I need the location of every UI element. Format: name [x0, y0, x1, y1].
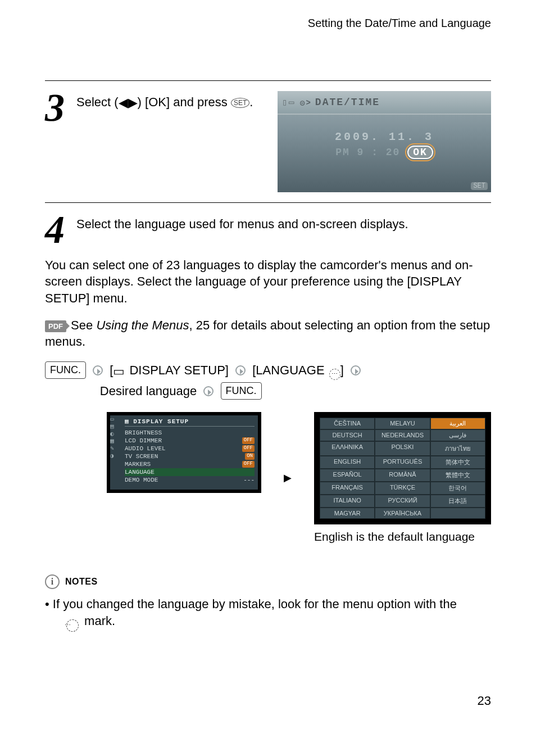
language-option: فارسی — [430, 429, 485, 441]
lcd2-row-label: BRIGHTNESS — [125, 429, 162, 436]
set-button-icon: SET — [231, 98, 249, 108]
path-separator-icon — [351, 365, 361, 375]
step-number-3: 3 — [45, 91, 66, 125]
pdf-pre: See — [67, 318, 96, 332]
path-separator-icon — [235, 365, 246, 375]
left-right-arrow-icon: ◀▶ — [119, 95, 138, 111]
language-option: ภาษาไทย — [430, 441, 485, 456]
pdf-reference-line: PDF See Using the Menus, 25 for details … — [45, 317, 491, 350]
notes-heading: i NOTES — [45, 574, 491, 589]
language-caption: English is the default language — [314, 530, 491, 544]
lcd2-row-label: DEMO MODE — [125, 477, 158, 483]
language-option: УКРАЇНСЬКА — [375, 508, 430, 519]
lcd2-row: LCD DIMMEROFF — [125, 437, 255, 445]
lcd-screenshot-datetime: ▯▭ ◎> DATE/TIME 2009. 11. 3 PM 9 : 20 OK… — [278, 91, 491, 192]
language-option — [430, 508, 485, 519]
lcd2-row-label: AUDIO LEVEL — [125, 445, 166, 452]
lcd2-row-label: TV SCREEN — [125, 453, 158, 460]
screenshot-row: ▭▤◐▦✎◑ ▦ DISPLAY SETUP BRIGHTNESSLCD DIM… — [107, 412, 491, 544]
lcd2-row: BRIGHTNESS — [125, 429, 255, 437]
right-arrow-icon: ▶ — [284, 472, 292, 484]
language-option: 日本語 — [430, 495, 485, 508]
path-separator-icon — [93, 365, 103, 375]
language-menu-label: [LANGUAGE — [252, 363, 328, 377]
step-4-text: Select the language used for menus and o… — [76, 213, 491, 233]
language-option: ITALIANO — [320, 495, 375, 508]
lcd2-row: TV SCREENON — [125, 452, 255, 460]
step-3: 3 Select (◀▶) [OK] and press SET. ▯▭ ◎> … — [45, 91, 491, 192]
lcd2-row-label: LCD DIMMER — [125, 437, 162, 444]
step-4: 4 Select the language used for menus and… — [45, 213, 491, 247]
lcd2-side-icons: ▭▤◐▦✎◑ — [110, 415, 114, 459]
set-corner-label: SET — [471, 182, 488, 190]
language-option: ΕΛΛΗΝΙΚΑ — [320, 441, 375, 456]
lcd2-row: LANGUAGE — [125, 468, 255, 476]
language-option: ROMÂNĂ — [375, 469, 430, 482]
language-globe-icon: ⋯ — [329, 369, 340, 380]
language-option: NEDERLANDS — [375, 429, 430, 441]
language-option: ESPAÑOL — [320, 469, 375, 482]
language-option: 한국어 — [430, 482, 485, 495]
step3-text-mid: ) [OK] and press — [138, 95, 231, 109]
display-setup-title-icon: ▦ — [125, 418, 133, 425]
pdf-badge-icon: PDF — [45, 320, 66, 333]
page-number: 23 — [45, 694, 491, 708]
lcd2-row: MARKERSOFF — [125, 460, 255, 468]
path-separator-icon — [203, 386, 214, 396]
note1-pre: If you changed the language by mistake, … — [53, 597, 457, 611]
language-option: MAGYAR — [320, 508, 375, 519]
step-3-text: Select (◀▶) [OK] and press SET. — [76, 91, 267, 111]
lcd2-row-value: OFF — [242, 445, 255, 452]
camera-mode-icon: ▯▭ — [282, 97, 295, 108]
lcd-screenshot-display-setup: ▭▤◐▦✎◑ ▦ DISPLAY SETUP BRIGHTNESSLCD DIM… — [107, 412, 261, 493]
lcd2-row-label: MARKERS — [125, 461, 151, 468]
language-option: TÜRKÇE — [375, 482, 430, 495]
lcd2-row-value: OFF — [242, 437, 255, 444]
lcd-date: 2009. 11. 3 — [278, 130, 491, 143]
func-button: FUNC. — [45, 361, 86, 379]
language-option: 繁體中文 — [430, 469, 485, 482]
note1-post: mark. — [81, 614, 115, 628]
lcd2-row-value: ON — [245, 453, 255, 460]
lcd-breadcrumb: DATE/TIME — [315, 97, 380, 108]
paragraph-1: You can select one of 23 languages to di… — [45, 257, 491, 307]
language-option: POLSKI — [375, 441, 430, 456]
display-setup-icon: ▭ — [113, 361, 125, 381]
language-option: 简体中文 — [430, 456, 485, 469]
notes-title: NOTES — [65, 577, 98, 587]
divider — [45, 202, 491, 203]
step3-text-pre: Select ( — [76, 95, 119, 109]
lcd2-row: DEMO MODE--- — [125, 476, 255, 484]
notes-list: If you changed the language by mistake, … — [45, 596, 491, 632]
ok-highlight: OK — [407, 146, 433, 159]
lcd2-title: DISPLAY SETUP — [133, 418, 189, 425]
step3-text-post: . — [249, 95, 253, 109]
func-button: FUNC. — [221, 382, 262, 400]
lcd-screenshot-language-grid: ČEŠTINAMELAYUالعربيةDEUTSCHNEDERLANDSفار… — [314, 412, 491, 524]
language-option: РУССКИЙ — [375, 495, 430, 508]
pdf-link-title: Using the Menus — [96, 318, 189, 332]
divider — [45, 80, 491, 81]
step-number-4: 4 — [45, 213, 66, 247]
section-heading: Setting the Date/Time and Language — [45, 17, 491, 30]
lcd2-row-value: --- — [243, 477, 255, 483]
language-option: ČEŠTINA — [320, 418, 375, 429]
language-option: ENGLISH — [320, 456, 375, 469]
language-option: PORTUGUÊS — [375, 456, 430, 469]
language-mark-icon: ⋯ — [66, 619, 79, 632]
menu-path: FUNC. [▭ DISPLAY SETUP] [LANGUAGE ⋯] Des… — [45, 360, 491, 401]
language-option: DEUTSCH — [320, 429, 375, 441]
language-option: FRANÇAIS — [320, 482, 375, 495]
disc-icon: ◎> — [300, 98, 312, 107]
language-option: MELAYU — [375, 418, 430, 429]
display-setup-label: DISPLAY SETUP] — [126, 363, 229, 377]
language-menu-close: ] — [340, 363, 344, 377]
language-option: العربية — [430, 418, 485, 429]
desired-language-label: Desired language — [100, 384, 197, 398]
lcd2-row-label: LANGUAGE — [125, 469, 155, 476]
lcd2-row-value: OFF — [242, 461, 255, 468]
lcd2-row: AUDIO LEVELOFF — [125, 445, 255, 452]
lcd-time: PM 9 : 20 — [335, 147, 400, 158]
info-icon: i — [45, 574, 60, 589]
note-item-1: If you changed the language by mistake, … — [45, 596, 491, 632]
